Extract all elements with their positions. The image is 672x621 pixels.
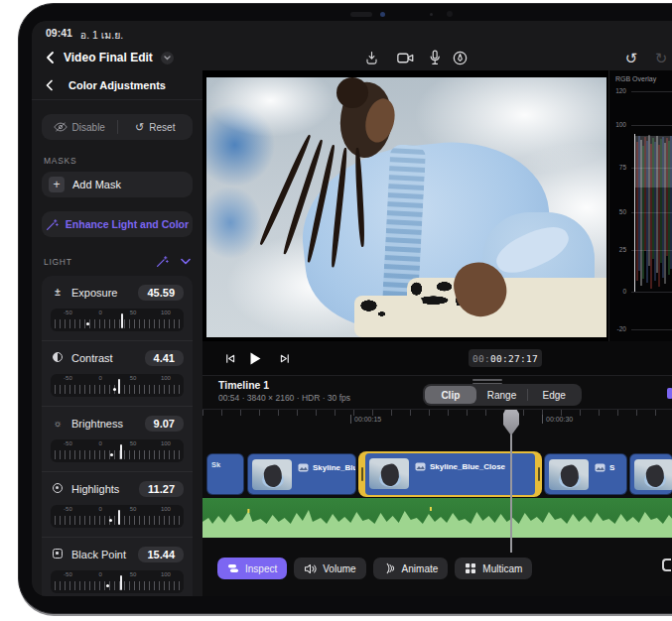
magic-wand-icon [46, 218, 59, 231]
trim-handle-left[interactable] [361, 467, 363, 481]
clip-thumbnail [634, 459, 672, 490]
microphone-icon[interactable] [425, 48, 445, 67]
timeline-drag-handle-icon[interactable] [472, 379, 502, 381]
timeline-ruler[interactable]: 00:00:15 00:00:30 [202, 409, 672, 431]
highlights-ruler[interactable]: -50 0 50 100 [51, 505, 184, 528]
color-adjustments-panel: Color Adjustments Disable ↺ Reset MASKS … [32, 70, 202, 596]
black-point-slider[interactable]: Black Point 15.44 -50 0 50 100 [42, 537, 193, 596]
enhance-label: Enhance Light and Color [66, 218, 189, 230]
disable-button[interactable]: Disable [42, 114, 117, 140]
panel-back-icon[interactable] [41, 77, 57, 93]
camera-pill [350, 12, 372, 17]
import-icon[interactable] [361, 48, 381, 67]
highlights-icon [53, 483, 63, 493]
plus-icon: + [49, 177, 65, 192]
photo-icon [595, 463, 605, 472]
audio-track[interactable] [202, 498, 672, 538]
panel-header: Color Adjustments [32, 70, 202, 100]
front-camera-icon [380, 12, 385, 17]
highlights-value[interactable]: 11.27 [139, 481, 184, 497]
sensor-lens [447, 11, 453, 17]
disable-label: Disable [72, 122, 105, 133]
ipad-device: 09:41 อ. 1 เม.ย. Video Final Edit [18, 3, 672, 614]
eye-slash-icon [54, 122, 67, 132]
photo-icon [415, 462, 426, 471]
timeline-meta: 00:54 · 3840 × 2160 · HDR · 30 fps [218, 393, 350, 403]
multicam-button[interactable]: Multicam [455, 558, 532, 579]
project-title[interactable]: Video Final Edit [64, 51, 153, 64]
title-bar: Video Final Edit ↺ [32, 45, 672, 70]
brightness-icon: ☼ [51, 419, 65, 429]
contrast-ruler[interactable]: -50 0 50 100 [51, 374, 184, 397]
timeline-panel: Timeline 1 00:54 · 3840 × 2160 · HDR · 3… [202, 375, 672, 596]
sensor-dot [430, 13, 433, 16]
light-section-header: LIGHT [44, 255, 191, 268]
highlights-slider[interactable]: Highlights 11.27 -50 0 50 100 [42, 471, 193, 537]
collapse-chevron-icon[interactable] [181, 258, 191, 265]
inspect-button[interactable]: Inspect [217, 558, 287, 579]
reset-button[interactable]: ↺ Reset [118, 114, 194, 140]
play-icon[interactable] [246, 350, 264, 366]
light-heading: LIGHT [44, 257, 156, 267]
add-mask-button[interactable]: + Add Mask [42, 172, 193, 197]
masks-heading: MASKS [44, 156, 191, 166]
preview-subject-pants [354, 296, 423, 337]
exposure-slider[interactable]: ± Exposure 45.59 -50 0 50 100 [42, 276, 193, 340]
marker-pen-icon[interactable] [450, 48, 470, 67]
clip-partial-right[interactable] [629, 453, 672, 495]
black-point-value[interactable]: 15.44 [138, 547, 184, 562]
camera-icon[interactable] [395, 48, 415, 67]
trim-handle-right[interactable] [538, 467, 540, 481]
previous-frame-icon[interactable] [220, 350, 238, 366]
playhead-handle[interactable] [503, 410, 519, 435]
scope-title: RGB Overlay [615, 75, 656, 82]
grid-icon [465, 562, 476, 574]
clip-thumbnail [369, 458, 409, 489]
clip-s-truncated[interactable]: S [544, 453, 627, 495]
inspector-icon [227, 562, 239, 574]
volume-button[interactable]: Volume [294, 558, 365, 579]
clipped-button-icon[interactable] [662, 559, 671, 571]
undo-icon[interactable]: ↺ [621, 48, 641, 67]
animate-button[interactable]: Animate [373, 558, 449, 579]
add-mask-label: Add Mask [72, 179, 121, 190]
clip-partial-left[interactable]: Sk [206, 453, 244, 495]
transport-bar: 00:00:27:17 [202, 341, 672, 375]
brightness-slider[interactable]: ☼ Brightness 9.07 -50 0 50 100 [42, 406, 193, 471]
status-bar: 09:41 อ. 1 เม.ย. [46, 27, 123, 44]
reset-label: Reset [149, 122, 175, 133]
mode-clip[interactable]: Clip [425, 386, 476, 404]
selection-mode-segment: Clip Range Edge [423, 384, 582, 406]
project-menu-chevron-icon[interactable] [161, 52, 174, 64]
exposure-value[interactable]: 45.59 [138, 285, 184, 301]
clip-thumbnail [252, 459, 292, 490]
brightness-value[interactable]: 9.07 [145, 416, 184, 432]
black-point-ruler[interactable]: -50 0 50 100 [51, 570, 184, 593]
contrast-slider[interactable]: Contrast 4.41 -50 0 50 100 [42, 340, 193, 406]
brightness-ruler[interactable]: -50 0 50 100 [51, 439, 184, 462]
light-sliders-group: ± Exposure 45.59 -50 0 50 100 [42, 276, 193, 596]
panel-title: Color Adjustments [68, 79, 166, 91]
timeline-toolbar: Inspect Volume Animate Multicam [202, 553, 672, 596]
timecode-display[interactable]: 00:00:27:17 [469, 349, 542, 367]
redo-icon[interactable]: ↻ [651, 48, 671, 67]
exposure-ruler[interactable]: -50 0 50 100 [51, 309, 184, 331]
top-chrome: 09:41 อ. 1 เม.ย. Video Final Edit [32, 21, 672, 70]
enhance-light-color-button[interactable]: Enhance Light and Color [42, 211, 193, 237]
disable-reset-segment: Disable ↺ Reset [42, 114, 193, 140]
back-icon[interactable] [42, 50, 58, 65]
screen: 09:41 อ. 1 เม.ย. Video Final Edit [32, 21, 672, 596]
ripple-icon [383, 562, 396, 574]
next-frame-icon[interactable] [276, 350, 294, 366]
status-date: อ. 1 เม.ย. [80, 27, 123, 44]
mode-edge[interactable]: Edge [528, 386, 580, 404]
light-wand-icon[interactable] [156, 255, 169, 268]
speaker-icon [304, 563, 317, 574]
exposure-icon: ± [51, 288, 65, 298]
contrast-value[interactable]: 4.41 [145, 350, 184, 366]
clip-skyline-blue-close-selected[interactable]: Skyline_Blue_Close [358, 451, 542, 497]
video-viewer[interactable] [202, 70, 608, 341]
mode-range[interactable]: Range [476, 386, 528, 404]
clip-skyline-blue-wide[interactable]: Skyline_Blue_Wide [247, 453, 356, 495]
clipped-accent-icon[interactable] [667, 388, 672, 399]
